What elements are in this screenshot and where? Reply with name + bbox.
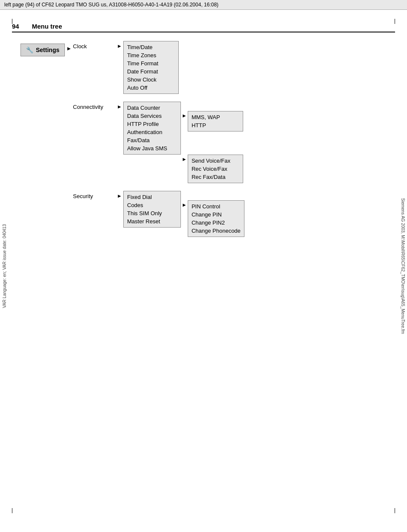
security-sub-groups: ► PIN Control Change PIN Change PIN2 Cha… bbox=[181, 191, 244, 237]
top-bar: left page (94) of CF62 Leopard TMO SUG u… bbox=[0, 0, 407, 10]
security-group: Security ► Fixed Dial Codes This SIM Onl… bbox=[73, 191, 244, 237]
fax-data-sub: ► Send Voice/Fax Rec Voice/Fax Rec Fax/D… bbox=[181, 155, 243, 183]
list-item: Show Clock bbox=[127, 76, 175, 84]
menu-tree: 🔧 Settings ► Clock ► Time/Date Time Zone… bbox=[20, 41, 395, 237]
connectivity-content: Data Counter Data Services HTTP Profile … bbox=[123, 102, 243, 183]
list-item: Time Zones bbox=[127, 51, 175, 59]
list-item: This SIM Only bbox=[127, 209, 177, 217]
clock-label: Clock bbox=[73, 41, 116, 50]
fax-data-box: Send Voice/Fax Rec Voice/Fax Rec Fax/Dat… bbox=[188, 155, 243, 183]
security-items-box: Fixed Dial Codes This SIM Only Master Re… bbox=[123, 191, 181, 228]
list-item: Rec Fax/Data bbox=[192, 173, 239, 181]
settings-button[interactable]: 🔧 Settings bbox=[20, 44, 65, 56]
connectivity-sub-groups: ► MMS, WAP HTTP ► Send Voice/Fax bbox=[181, 102, 243, 183]
list-item: Change Phonecode bbox=[192, 227, 241, 235]
page-title: Menu tree bbox=[32, 23, 62, 30]
list-item: Send Voice/Fax bbox=[192, 157, 239, 165]
list-item: Change PIN bbox=[192, 210, 241, 219]
list-item: Master Reset bbox=[127, 217, 177, 225]
side-text-left: VAR Language: en; VAR issue date: 040413 bbox=[0, 26, 9, 506]
list-item: MMS, WAP bbox=[192, 113, 239, 121]
data-services-sub: ► MMS, WAP HTTP bbox=[181, 111, 243, 132]
security-content: Fixed Dial Codes This SIM Only Master Re… bbox=[123, 191, 244, 237]
list-item: HTTP Profile bbox=[127, 120, 177, 128]
top-bar-text: left page (94) of CF62 Leopard TMO SUG u… bbox=[4, 2, 218, 8]
page-content: 94 Menu tree 🔧 Settings ► Clock ► bbox=[12, 10, 395, 237]
list-item: Fixed Dial bbox=[127, 193, 177, 201]
list-item: Change PIN2 bbox=[192, 219, 241, 227]
codes-arrow: ► bbox=[182, 200, 187, 208]
list-item: Codes bbox=[127, 201, 177, 209]
page-header: 94 Menu tree bbox=[12, 23, 395, 32]
settings-arrow: ► bbox=[66, 41, 72, 52]
list-item: Time/Date bbox=[127, 43, 175, 51]
groups-column: Clock ► Time/Date Time Zones Time Format… bbox=[73, 41, 244, 237]
settings-icon: 🔧 bbox=[26, 47, 33, 53]
fax-data-arrow: ► bbox=[182, 155, 187, 162]
list-item: Authentication bbox=[127, 128, 177, 136]
codes-box: PIN Control Change PIN Change PIN2 Chang… bbox=[188, 200, 244, 237]
tick-top-left bbox=[12, 19, 12, 24]
codes-sub: ► PIN Control Change PIN Change PIN2 Cha… bbox=[181, 200, 244, 237]
clock-arrow: ► bbox=[117, 41, 122, 49]
list-item: Time Format bbox=[127, 59, 175, 67]
security-arrow: ► bbox=[117, 191, 122, 199]
clock-items-box: Time/Date Time Zones Time Format Date Fo… bbox=[123, 41, 179, 94]
connectivity-items-box: Data Counter Data Services HTTP Profile … bbox=[123, 102, 181, 155]
settings-label: Settings bbox=[36, 47, 59, 53]
list-item: Data Services bbox=[127, 112, 177, 120]
clock-group: Clock ► Time/Date Time Zones Time Format… bbox=[73, 41, 244, 94]
list-item: Auto Off bbox=[127, 84, 175, 92]
tick-bottom-left bbox=[12, 508, 12, 513]
data-services-arrow: ► bbox=[182, 111, 187, 119]
tick-top-right bbox=[395, 19, 395, 24]
list-item: HTTP bbox=[192, 121, 239, 129]
connectivity-label: Connectivity bbox=[73, 102, 116, 110]
list-item: Allow Java SMS bbox=[127, 144, 177, 152]
connectivity-arrow: ► bbox=[117, 102, 122, 110]
side-text-right: Siemens AG 2003, M:\Mobil\R65\CF62_TMO\e… bbox=[398, 26, 407, 506]
list-item: PIN Control bbox=[192, 202, 241, 210]
list-item: Fax/Data bbox=[127, 136, 177, 144]
data-services-box: MMS, WAP HTTP bbox=[188, 111, 243, 132]
page-number: 94 bbox=[12, 23, 19, 30]
list-item: Data Counter bbox=[127, 104, 177, 112]
connectivity-group: Connectivity ► Data Counter Data Service… bbox=[73, 102, 244, 183]
tick-bottom-right bbox=[395, 508, 395, 513]
list-item: Rec Voice/Fax bbox=[192, 165, 239, 173]
list-item: Date Format bbox=[127, 67, 175, 76]
security-label: Security bbox=[73, 191, 116, 199]
